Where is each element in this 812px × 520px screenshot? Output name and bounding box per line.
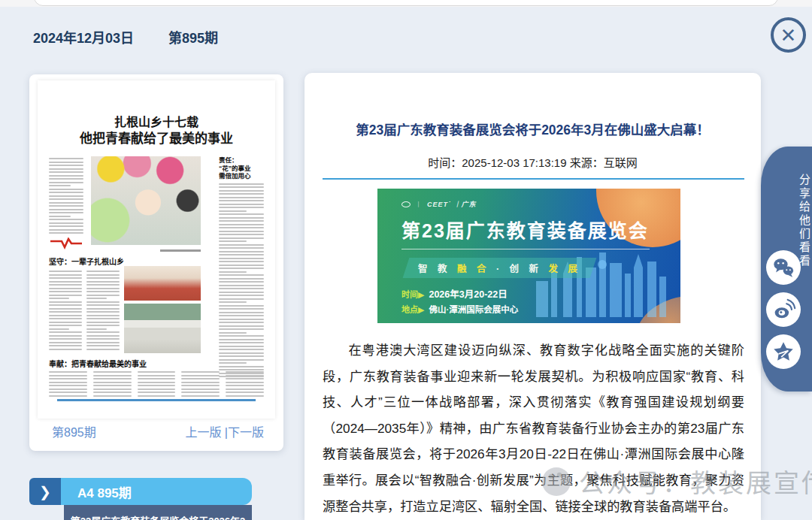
newspaper-text-column [138, 370, 176, 398]
background-panel-edge [34, 0, 778, 6]
newspaper-text-column [49, 269, 82, 350]
newspaper-text-column [181, 370, 220, 398]
association-logo-icon [401, 201, 411, 207]
newspaper-text-column [49, 370, 87, 398]
banner-time-row: 时间▶2026年3月20-22日 [401, 286, 508, 301]
ceet-logo-text: CEET˙ ︱广东 [427, 199, 477, 209]
article-paragraph: 在粤港澳大湾区建设迈向纵深、教育数字化战略全面实施的关键阶段，广东教育装备事业迎… [323, 337, 744, 519]
newspaper-right-column: 责任： “花”的事业 需倍加用心 [219, 156, 264, 398]
newspaper-text-column [226, 370, 264, 398]
newspaper-headline: 扎根山乡十七载 他把青春献给了最美的事业 [49, 115, 264, 147]
exhibition-banner: ︱ CEET˙ ︱广东 第23届广东教育装备展览会 智 教 融 合 · 创 新 … [377, 189, 680, 323]
page-nav-links[interactable]: 上一版 |下一版 [185, 422, 264, 440]
newspaper-photo-children [91, 156, 201, 245]
slogan-segment: 创 新 [510, 264, 549, 274]
thumbnail-issue-label: 第895期 [52, 422, 96, 440]
page-a4-label: A4 895期 [77, 482, 132, 501]
newspaper-preview-card: 扎根山乡十七载 他把青春献给了最美的事业 责任： “花”的事业 需倍加用心 [29, 74, 283, 451]
banner-logo-divider: ︱ [415, 199, 423, 209]
viewer-overlay: 2024年12月03日 第895期 ✕ 扎根山乡十七载 他把青春献给了最美的事业 [0, 0, 812, 520]
newspaper-text-column [93, 370, 132, 398]
banner-slogan-band: 智 教 融 合 · 创 新 发 展 [403, 258, 597, 278]
slogan-segment: · [489, 264, 509, 274]
share-weibo-button[interactable] [766, 292, 801, 327]
banner-divider-line [401, 249, 650, 249]
article-meta: 时间：2025-12-03 17:13:19 来源：互联网 [304, 154, 761, 170]
newspaper-subhead-1: 坚守：一辈子扎根山乡 [49, 255, 124, 267]
article-title: 第23届广东教育装备展览会将于2026年3月在佛山盛大启幕！ [327, 119, 738, 138]
banner-title: 第23届广东教育装备展览会 [401, 216, 649, 243]
column-head-line: 责任： [219, 156, 264, 165]
newspaper-bottom-columns [49, 370, 264, 398]
newspaper-text-column [86, 269, 120, 350]
newspaper-text-column [49, 156, 83, 234]
newspaper-photo-classroom [124, 304, 201, 353]
close-icon: ✕ [780, 26, 797, 45]
share-qzone-button[interactable] [766, 334, 801, 369]
share-ribbon: 分享给他们看看 [761, 147, 812, 392]
slogan-segment: 发 展 [549, 264, 581, 274]
banner-logos: ︱ CEET˙ ︱广东 [401, 199, 477, 209]
red-pulse-graphic [49, 237, 83, 252]
article-body: 在粤港澳大湾区建设迈向纵深、教育数字化战略全面实施的关键阶段，广东教育装备事业迎… [323, 337, 744, 520]
article-panel: 第23届广东教育装备展览会将于2026年3月在佛山盛大启幕！ 时间：2025-1… [304, 73, 761, 520]
column-head-line: 需倍加用心 [219, 172, 264, 180]
banner-place-label: 地点▶ [401, 305, 424, 314]
page-a4-tab[interactable]: A4 895期 [61, 478, 252, 505]
article-list-item[interactable]: 第23届广东教育装备展览会将于2026年3 [64, 505, 252, 520]
newspaper-page-thumbnail[interactable]: 扎根山乡十七载 他把青春献给了最美的事业 责任： “花”的事业 需倍加用心 [38, 80, 275, 419]
weibo-icon [771, 297, 796, 322]
slogan-segment: 融 合 [457, 264, 489, 274]
share-wechat-button[interactable] [766, 250, 801, 285]
wechat-icon [771, 255, 796, 280]
title-divider [323, 178, 744, 180]
photo-caption [160, 249, 201, 252]
issue-date: 2024年12月03日 [33, 27, 134, 47]
banner-time-value: 2026年3月20-22日 [429, 289, 507, 300]
newspaper-bottom-rule [57, 399, 256, 401]
newspaper-photo-reading [124, 266, 201, 301]
headline-line-2: 他把青春献给了最美的事业 [49, 131, 264, 147]
headline-line-1: 扎根山乡十七载 [49, 115, 264, 131]
issue-number: 第895期 [168, 27, 218, 47]
newspaper-subhead-2: 奉献：把青春献给最美的事业 [49, 358, 147, 369]
banner-place-value: 佛山·潭洲国际会展中心 [429, 305, 518, 314]
newspaper-text-column [219, 183, 264, 378]
slogan-segment: 智 教 [418, 264, 457, 274]
column-head-line: “花”的事业 [219, 165, 264, 173]
banner-place-row: 地点▶佛山·潭洲国际会展中心 [401, 303, 518, 315]
article-list-item-text: 第23届广东教育装备展览会将于2026年3 [64, 505, 252, 520]
banner-time-label: 时间▶ [401, 290, 424, 299]
expand-pages-button[interactable]: ❯ [29, 478, 61, 505]
chevron-right-icon: ❯ [39, 483, 51, 500]
close-button[interactable]: ✕ [771, 17, 806, 53]
qzone-star-icon [771, 339, 796, 364]
